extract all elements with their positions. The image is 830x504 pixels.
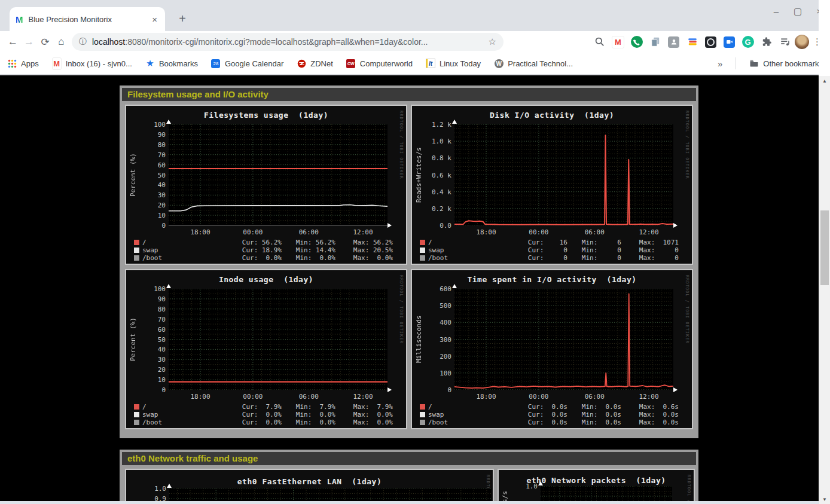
legend-swatch [134, 240, 139, 245]
legend-swatch [420, 404, 425, 410]
x-tick-label: 18:00 [473, 393, 499, 401]
legend-cur: Cur: 0.0s [514, 419, 567, 426]
legend-row: /bootCur: 0Min: 0Max: 0 [420, 254, 679, 262]
legend-max: Max: 0.0% [335, 419, 393, 426]
bookmark-label: Bookmarks [159, 59, 198, 68]
monitorix-page: Filesystem usage and I/O activity RRDTOO… [0, 76, 819, 504]
bookmark-computerworld[interactable]: CWComputerworld [346, 59, 413, 68]
grammarly-icon[interactable]: G [741, 36, 754, 48]
bookmark-practical-technol[interactable]: WPractical Technol... [494, 59, 573, 68]
search-icon[interactable] [593, 36, 606, 48]
graph-eth0-packets[interactable]: RRDTOOL / TOBI OETIKEReth0 Network packe… [498, 469, 695, 504]
apps-grid-icon [7, 59, 17, 68]
legend-label: / [428, 239, 432, 246]
plot-area [454, 124, 673, 225]
legend-label: /boot [142, 419, 162, 426]
books-icon[interactable] [686, 36, 698, 48]
x-tick-label: 18:00 [473, 228, 499, 236]
legend-swatch [134, 255, 139, 261]
x-axis-arrow-icon [387, 387, 392, 392]
gmail-icon[interactable]: M [612, 36, 624, 48]
legend-swatch [420, 412, 425, 417]
home-icon[interactable]: ⌂ [53, 34, 69, 50]
legend-max: Max: 1071 [621, 239, 679, 246]
x-tick-label: 06:00 [581, 393, 608, 401]
video-camera-icon[interactable] [723, 36, 736, 48]
playlist-icon[interactable] [779, 36, 791, 48]
page-info-icon[interactable]: ⓘ [79, 36, 87, 47]
bookmark-label: ZDNet [310, 59, 333, 68]
graph-eth0-lan[interactable]: RRDTOOL / TOBI OETIKEReth0 FastEthernet … [125, 469, 494, 504]
graph-disk-io-activity[interactable]: RRDTOOL / TOBI OETIKERDisk I/O activity … [411, 105, 693, 265]
graph-inode-usage[interactable]: RRDTOOL / TOBI OETIKERInode usage (1day)… [125, 269, 407, 429]
forward-icon[interactable]: → [21, 34, 37, 50]
tab-title: Blue Precision Monitorix [29, 15, 151, 24]
legend-label: swap [142, 411, 158, 419]
legend-cur: Cur: 0.0s [514, 411, 567, 419]
monitorix-favicon: M [16, 14, 23, 25]
bookmark-apps[interactable]: Apps [7, 59, 39, 68]
scrollbar-thumb[interactable] [820, 210, 829, 285]
graph-title: Time spent in I/O activity (1day) [412, 275, 692, 284]
google-voice-icon[interactable] [630, 36, 643, 48]
other-bookmarks-button[interactable]: Other bookmarks [749, 59, 823, 68]
y-axis-arrow-icon [538, 481, 543, 485]
y-tick-label: 70 [129, 316, 166, 323]
y-tick-label: 0 [129, 222, 166, 230]
graph-time-in-io[interactable]: RRDTOOL / TOBI OETIKERTime spent in I/O … [411, 269, 693, 429]
window-maximize-button[interactable]: ▢ [793, 6, 802, 17]
browser-tab[interactable]: M Blue Precision Monitorix × [10, 7, 165, 31]
bookmark-linux-today[interactable]: ltLinux Today [426, 59, 481, 68]
profile-avatar[interactable] [795, 35, 809, 49]
bookmark-zdnet[interactable]: ZDNet [297, 59, 333, 68]
tab-close-icon[interactable]: × [150, 14, 159, 25]
new-tab-button[interactable]: + [175, 11, 190, 26]
legend-label: swap [428, 411, 444, 419]
x-tick-label: 06:00 [295, 393, 322, 401]
legend-row: /Cur: 0.0sMin: 0.0sMax: 0.6s [420, 403, 679, 411]
y-tick-label: 300 [414, 336, 451, 344]
legend-cur: Cur: 7.9% [228, 403, 282, 411]
page-scrollbar[interactable]: ▲ ▼ [819, 76, 830, 504]
graph-filesystems-usage[interactable]: RRDTOOL / TOBI OETIKERFilesystems usage … [125, 105, 407, 265]
back-icon[interactable]: ← [5, 34, 21, 50]
legend-min: Min: 0 [567, 254, 621, 262]
copy-pages-icon[interactable] [649, 36, 661, 48]
bookmark-label: Apps [21, 59, 39, 68]
bookmark-label: Inbox (16) - sjvn0... [66, 59, 132, 68]
y-tick-label: 500 [414, 302, 451, 310]
y-tick-label: 0 [414, 386, 451, 394]
reload-icon[interactable]: ⟳ [37, 34, 53, 50]
legend-max: Max: 0.0% [335, 254, 393, 262]
address-bar[interactable]: ⓘ localhost:8080/monitorix-cgi/monitorix… [72, 33, 504, 51]
y-tick-label: 30 [129, 356, 166, 364]
y-axis-arrow-icon [452, 284, 457, 288]
y-tick-label: 90 [129, 295, 166, 303]
legend-min: Min: 56.2% [282, 239, 335, 246]
legend-cur: Cur: 0 [514, 254, 567, 262]
legend-cur: Cur: 0.0% [228, 254, 282, 262]
bookmark-inbox-16-sjvn0[interactable]: MInbox (16) - sjvn0... [52, 59, 132, 68]
extensions-puzzle-icon[interactable] [760, 36, 773, 48]
y-tick-label: 100 [129, 285, 166, 293]
contact-icon[interactable] [667, 36, 680, 48]
x-axis-arrow-icon [673, 387, 678, 392]
graph-legend: /Cur: 0.0sMin: 0.0sMax: 0.6sswapCur: 0.0… [420, 403, 679, 426]
window-minimize-button[interactable]: – [771, 6, 781, 17]
bookmarks-overflow-icon[interactable]: » [718, 59, 722, 69]
legend-swatch [134, 412, 139, 417]
bookmark-bookmarks[interactable]: ★Bookmarks [145, 59, 198, 68]
bookmark-google-calendar[interactable]: 28Google Calendar [211, 59, 283, 68]
bookmark-star-icon[interactable]: ☆ [489, 36, 496, 47]
gmail-icon: M [52, 59, 62, 68]
y-tick-label: 20 [129, 366, 166, 374]
y-tick-label: 1.0 [501, 482, 538, 490]
dark-extension-icon[interactable] [704, 36, 717, 48]
y-tick-label: 600 [414, 285, 451, 293]
graph-title: Inode usage (1day) [126, 275, 406, 284]
rrdtool-watermark: RRDTOOL / TOBI OETIKER [399, 275, 404, 344]
y-tick-label: 80 [129, 306, 166, 313]
scrollbar-up-arrow-icon[interactable]: ▲ [819, 76, 830, 85]
bookmarks-separator [736, 57, 736, 69]
scrollbar-down-arrow-icon[interactable]: ▼ [819, 494, 830, 504]
